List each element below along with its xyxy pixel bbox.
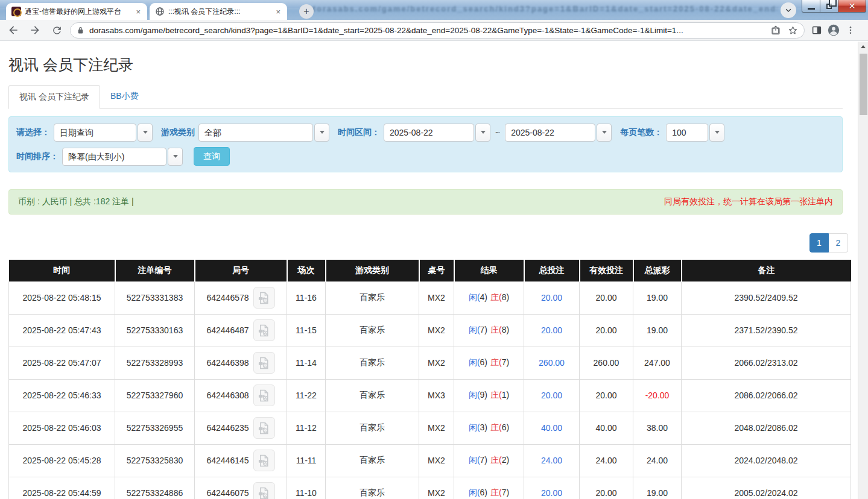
- table-row: 2025-08-22 05:45:28 522753325830 6424461…: [9, 444, 851, 477]
- date-start-value[interactable]: 2025-08-22: [384, 124, 474, 142]
- tab1-close-icon[interactable]: ×: [135, 7, 142, 16]
- restore-button[interactable]: [820, 0, 838, 13]
- forward-button[interactable]: [27, 22, 43, 39]
- round-number: 642446487: [206, 325, 249, 335]
- total-bet-link[interactable]: 24.00: [541, 456, 562, 465]
- cell-valid-bet: 20.00: [580, 281, 633, 314]
- date-range-tilde: ~: [495, 128, 500, 137]
- payout-value: 38.00: [647, 423, 668, 433]
- cell-remark: 2005.02/2024.02: [682, 477, 851, 499]
- chevron-down-icon: [785, 7, 792, 14]
- new-tab-button[interactable]: +: [299, 4, 314, 19]
- url-bar[interactable]: dorasabs.com/game/betrecord_search/kind3…: [70, 22, 805, 39]
- combo-arrow-icon[interactable]: [168, 148, 183, 166]
- total-bet-link[interactable]: 40.00: [541, 423, 562, 433]
- cell-valid-bet: 20.00: [580, 477, 633, 499]
- cell-game-type: 百家乐: [326, 379, 419, 412]
- payout-value: -20.00: [645, 391, 670, 400]
- page-size-combobox[interactable]: 100: [666, 124, 724, 142]
- cell-payout: -20.00: [633, 379, 682, 412]
- cell-bet-id: 522753326955: [115, 412, 195, 444]
- video-replay-button[interactable]: [253, 352, 275, 374]
- date-end-combobox[interactable]: 2025-08-22: [505, 124, 612, 142]
- search-button[interactable]: 查询: [194, 147, 230, 166]
- side-panel-button[interactable]: [808, 22, 825, 39]
- cell-time: 2025-08-22 05:47:43: [9, 314, 115, 347]
- cell-total-bet: 260.00: [524, 347, 580, 379]
- date-end-value[interactable]: 2025-08-22: [505, 124, 595, 142]
- select-mode-combobox[interactable]: 日期查询: [54, 124, 153, 142]
- payout-value: 19.00: [647, 293, 668, 303]
- combo-arrow-icon[interactable]: [475, 124, 490, 142]
- cell-round: 642446145: [195, 444, 287, 477]
- result-banker: 庄(8): [490, 325, 509, 336]
- cell-payout: 19.00: [633, 477, 682, 499]
- video-replay-button[interactable]: [253, 450, 275, 471]
- video-replay-button[interactable]: [253, 417, 275, 439]
- column-header: 总投注: [524, 260, 580, 281]
- total-bet-link[interactable]: 20.00: [541, 325, 562, 335]
- sort-combobox[interactable]: 降幂(由大到小): [62, 148, 183, 166]
- total-bet-link[interactable]: 20.00: [541, 293, 562, 303]
- video-replay-button[interactable]: [253, 287, 275, 309]
- lock-icon: [77, 27, 84, 34]
- video-file-icon: [257, 421, 271, 435]
- minimize-button[interactable]: [802, 0, 820, 13]
- payout-value: 247.00: [644, 358, 670, 368]
- menu-button[interactable]: [842, 22, 859, 39]
- cell-payout: 38.00: [633, 412, 682, 444]
- page-button-1[interactable]: 1: [809, 233, 829, 253]
- share-icon[interactable]: [771, 25, 781, 35]
- combo-arrow-icon[interactable]: [709, 124, 724, 142]
- cell-table-number: MX2: [419, 281, 454, 314]
- cell-round: 642446075: [195, 477, 287, 499]
- page-button-2[interactable]: 2: [829, 233, 848, 253]
- profile-button[interactable]: [825, 22, 842, 39]
- game-type-combobox[interactable]: 全部: [198, 124, 329, 142]
- cell-bet-id: 522753331383: [115, 281, 195, 314]
- total-bet-link[interactable]: 20.00: [541, 391, 562, 400]
- sort-label: 时间排序：: [16, 151, 59, 162]
- tab-bb-tip[interactable]: BB小费: [100, 85, 149, 109]
- select-mode-value[interactable]: 日期查询: [54, 124, 136, 142]
- select-mode-label: 请选择：: [16, 127, 50, 138]
- combo-arrow-icon[interactable]: [314, 124, 329, 142]
- scrollbar-up-arrow-icon[interactable]: [858, 42, 868, 52]
- result-banker: 庄(7): [490, 488, 509, 498]
- total-bet-link[interactable]: 20.00: [541, 488, 562, 498]
- scrollbar-thumb[interactable]: [860, 54, 867, 115]
- back-button[interactable]: [5, 22, 22, 39]
- tab-bet-records[interactable]: 视讯 会员下注纪录: [8, 85, 100, 109]
- sort-value[interactable]: 降幂(由大到小): [62, 148, 166, 166]
- total-bet-link[interactable]: 260.00: [539, 358, 565, 368]
- cell-session: 11-11: [287, 444, 326, 477]
- result-player: 闲(3): [469, 422, 487, 433]
- cell-table-number: MX2: [419, 477, 454, 499]
- cell-result: 闲(9)庄(1): [454, 379, 524, 412]
- cell-session: 11-10: [287, 477, 326, 499]
- date-start-combobox[interactable]: 2025-08-22: [384, 124, 490, 142]
- video-replay-button[interactable]: [253, 384, 275, 406]
- cell-table-number: MX2: [419, 314, 454, 347]
- page-size-value[interactable]: 100: [666, 124, 708, 142]
- cell-result: 闲(7)庄(8): [454, 314, 524, 347]
- cell-table-number: MX3: [419, 379, 454, 412]
- cell-table-number: MX2: [419, 444, 454, 477]
- game-type-value[interactable]: 全部: [198, 124, 313, 142]
- browser-tab-1[interactable]: 通宝-信誉最好的网上游戏平台 ×: [6, 3, 147, 20]
- page-scrollbar[interactable]: [858, 42, 868, 499]
- video-replay-button[interactable]: [253, 482, 275, 499]
- tab-list-chevron-button[interactable]: [781, 2, 796, 18]
- video-replay-button[interactable]: [253, 319, 275, 341]
- cell-remark: 2390.52/2409.52: [682, 281, 851, 314]
- cell-valid-bet: 20.00: [580, 314, 633, 347]
- tab2-close-icon[interactable]: ×: [274, 7, 282, 16]
- url-text: dorasabs.com/game/betrecord_search/kind3…: [89, 26, 771, 35]
- close-button[interactable]: ✕: [838, 0, 866, 13]
- video-file-icon: [257, 324, 271, 337]
- combo-arrow-icon[interactable]: [138, 124, 153, 142]
- browser-tab-2[interactable]: :::视讯 会员下注纪录::: ×: [150, 3, 287, 20]
- bookmark-star-icon[interactable]: [788, 25, 798, 36]
- combo-arrow-icon[interactable]: [597, 124, 612, 142]
- reload-button[interactable]: [48, 22, 65, 39]
